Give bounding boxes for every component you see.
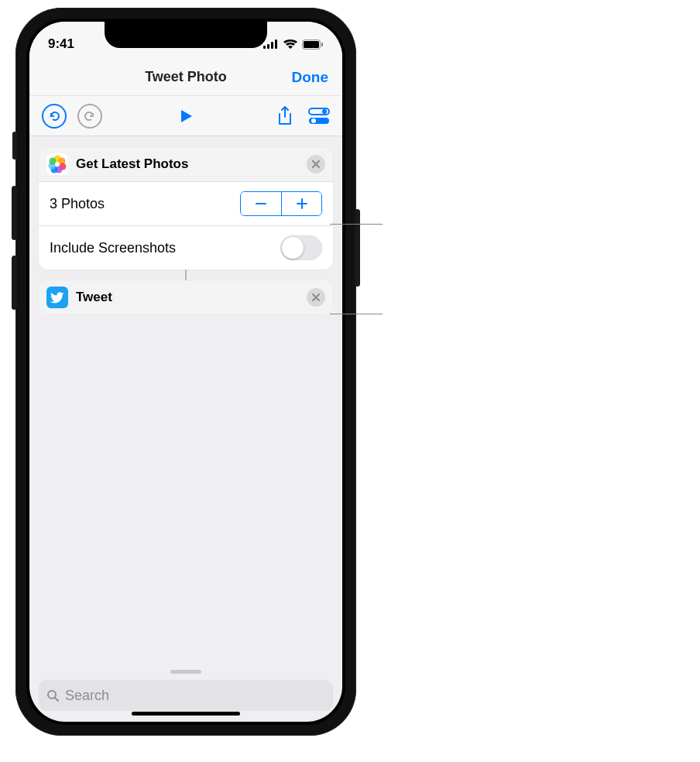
done-button[interactable]: Done <box>292 69 329 86</box>
action-connector <box>185 269 187 280</box>
mute-switch <box>12 132 17 160</box>
include-screenshots-label: Include Screenshots <box>50 240 280 256</box>
include-screenshots-switch[interactable] <box>280 235 322 260</box>
undo-button[interactable] <box>42 104 67 129</box>
callout-line <box>330 314 383 314</box>
action-header: Tweet <box>39 280 333 314</box>
remove-action-button[interactable] <box>307 288 325 307</box>
nav-bar: Tweet Photo Done <box>29 59 342 96</box>
remove-action-button[interactable] <box>307 155 325 173</box>
svg-rect-1 <box>267 44 269 49</box>
action-title: Get Latest Photos <box>76 156 299 172</box>
svg-point-8 <box>322 109 327 114</box>
svg-rect-3 <box>275 39 277 49</box>
bottom-panel: Search <box>39 670 333 711</box>
redo-button[interactable] <box>77 104 102 129</box>
play-button[interactable] <box>178 108 194 124</box>
stepper-minus-button[interactable] <box>241 192 281 215</box>
quantity-stepper[interactable] <box>240 191 322 216</box>
shortcut-editor: Get Latest Photos 3 Photos <box>29 136 342 335</box>
action-title: Tweet <box>76 290 299 305</box>
drag-handle[interactable] <box>170 670 201 674</box>
include-screenshots-row: Include Screenshots <box>39 225 333 269</box>
toolbar <box>29 96 342 136</box>
status-time: 9:41 <box>48 36 74 52</box>
twitter-bird-icon <box>46 287 68 308</box>
magnifier-icon <box>46 689 59 702</box>
callout-line <box>330 224 383 225</box>
volume-down-button <box>12 256 17 310</box>
action-tweet[interactable]: Tweet <box>39 280 333 314</box>
settings-toggle-button[interactable] <box>308 106 330 126</box>
home-indicator[interactable] <box>132 712 240 716</box>
battery-icon <box>302 39 324 50</box>
action-get-latest-photos[interactable]: Get Latest Photos 3 Photos <box>39 147 333 269</box>
photos-count-row: 3 Photos <box>39 181 333 225</box>
svg-rect-0 <box>263 46 266 49</box>
svg-rect-6 <box>321 43 323 46</box>
svg-rect-5 <box>304 41 319 48</box>
page-title: Tweet Photo <box>145 69 227 85</box>
stepper-plus-button[interactable] <box>281 192 321 215</box>
share-button[interactable] <box>277 106 293 126</box>
search-input[interactable]: Search <box>39 680 333 711</box>
phone-screen: 9:41 Tweet Photo <box>29 22 342 722</box>
notch <box>105 22 267 48</box>
photos-app-icon <box>46 153 68 175</box>
volume-up-button <box>12 186 17 240</box>
cellular-icon <box>263 39 279 49</box>
power-button <box>355 209 360 287</box>
action-header: Get Latest Photos <box>39 147 333 181</box>
photos-count-label: 3 Photos <box>50 196 240 212</box>
search-placeholder: Search <box>65 688 109 704</box>
wifi-icon <box>283 39 297 49</box>
svg-point-17 <box>50 158 57 165</box>
svg-point-10 <box>311 118 316 123</box>
svg-rect-2 <box>271 42 273 49</box>
phone-frame: 9:41 Tweet Photo <box>15 8 356 736</box>
